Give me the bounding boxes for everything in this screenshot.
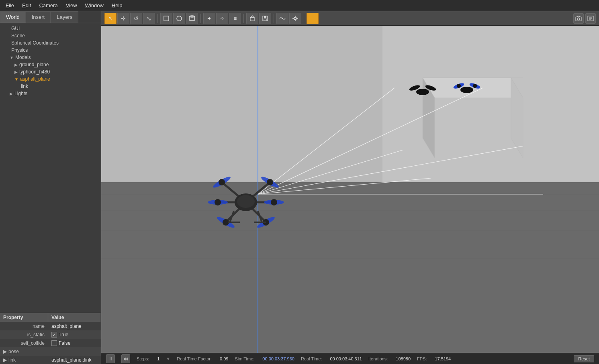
log-button[interactable] — [585, 13, 596, 24]
log-icon — [587, 16, 594, 21]
checkbox-is-static[interactable]: ✓ — [51, 332, 57, 338]
svg-point-70 — [460, 87, 473, 93]
toolbar-right — [573, 13, 596, 24]
menu-file[interactable]: File — [2, 2, 18, 9]
svg-point-53 — [219, 179, 225, 185]
simtime-label: Sim Time: — [235, 356, 254, 361]
prop-col-value: Value — [48, 313, 101, 322]
simtime-value: 00 00:03:37.960 — [262, 356, 294, 361]
svg-point-9 — [282, 18, 283, 19]
svg-rect-15 — [310, 16, 315, 21]
viewport[interactable] — [101, 26, 599, 353]
svg-point-65 — [416, 89, 429, 95]
model-insert-icon — [249, 15, 256, 22]
tool-scale[interactable]: ⤡ — [143, 13, 155, 24]
prop-value-link: asphalt_plane::link — [48, 356, 101, 364]
realtime-label: Real Time: — [301, 356, 322, 361]
menu-edit[interactable]: Edit — [18, 2, 35, 9]
realtime-value: 00 00:03:40.311 — [330, 356, 362, 361]
prop-row-link[interactable]: ▶ link asphalt_plane::link — [0, 356, 101, 364]
sphere-icon — [176, 15, 182, 22]
menu-view[interactable]: View — [62, 2, 81, 9]
rtf-value: 0.99 — [220, 356, 228, 361]
tool-light-point[interactable]: ✦ — [203, 13, 215, 24]
world-tree: GUI Scene Spherical Coordinates Physics … — [0, 23, 101, 313]
tree-lights[interactable]: ▶ Lights — [0, 90, 101, 97]
tool-model-insert[interactable] — [246, 13, 258, 24]
tool-color[interactable] — [307, 13, 319, 24]
menu-window[interactable]: Window — [81, 2, 108, 9]
svg-point-60 — [237, 195, 255, 208]
tool-joint[interactable] — [276, 13, 288, 24]
svg-point-58 — [215, 199, 221, 205]
color-icon — [310, 16, 315, 21]
screenshot-icon — [575, 16, 582, 21]
svg-rect-0 — [164, 16, 169, 21]
svg-point-69 — [429, 86, 433, 90]
prop-label-is-static: is_static — [0, 331, 48, 339]
prop-label-self-collide: self_collide — [0, 339, 48, 347]
checkbox-self-collide[interactable] — [51, 340, 57, 346]
svg-point-57 — [271, 199, 277, 205]
tab-world[interactable]: World — [0, 11, 26, 23]
prop-row-name: name asphalt_plane — [0, 322, 101, 330]
tree-scene[interactable]: Scene — [0, 32, 101, 39]
tool-cylinder[interactable] — [186, 13, 198, 24]
prop-value-is-static[interactable]: ✓ True — [48, 331, 101, 339]
fps-value: 17.5194 — [435, 356, 451, 361]
joint-icon — [279, 15, 286, 22]
tool-model-save[interactable] — [259, 13, 271, 24]
svg-point-54 — [267, 179, 273, 185]
svg-point-74 — [473, 84, 477, 88]
svg-point-73 — [457, 84, 461, 88]
prop-col-property: Property — [0, 313, 48, 322]
rtf-label: Real Time Factor: — [177, 356, 212, 361]
tool-translate[interactable]: ✛ — [117, 13, 129, 24]
menubar: File Edit Camera View Window Help — [0, 0, 599, 11]
tool-light-spot[interactable]: ✧ — [216, 13, 228, 24]
tree-arrow-lights: ▶ — [10, 92, 13, 96]
tool-plugin[interactable] — [289, 13, 301, 24]
svg-point-68 — [413, 86, 417, 90]
tree-link[interactable]: link — [0, 83, 101, 90]
sep-5 — [304, 14, 304, 23]
tree-asphalt-plane[interactable]: ▼ asphalt_plane — [0, 75, 101, 83]
prop-value-self-collide[interactable]: False — [48, 339, 101, 347]
model-save-icon — [262, 15, 268, 22]
svg-marker-30 — [423, 78, 523, 98]
sep-3 — [243, 14, 244, 23]
tool-light-dir[interactable]: ≡ — [229, 13, 241, 24]
fps-label: FPS: — [417, 356, 427, 361]
tool-select[interactable]: ↖ — [104, 13, 117, 24]
step-button[interactable]: ⏭ — [121, 354, 130, 363]
box-icon — [163, 15, 170, 22]
expand-arrow-link: ▶ — [3, 357, 7, 363]
tab-insert[interactable]: Insert — [26, 11, 51, 23]
tab-bar: World Insert Layers — [0, 11, 101, 23]
tool-box[interactable] — [160, 13, 172, 24]
pause-button[interactable]: ⏸ — [106, 354, 115, 363]
tree-models[interactable]: ▼ Models — [0, 54, 101, 61]
tool-rotate[interactable]: ↺ — [130, 13, 142, 24]
tab-layers[interactable]: Layers — [51, 11, 78, 23]
screenshot-button[interactable] — [573, 13, 584, 24]
tree-ground-plane[interactable]: ▶ ground_plane — [0, 61, 101, 68]
sep-1 — [157, 14, 158, 23]
tree-arrow-models: ▼ — [10, 55, 14, 60]
prop-label-name: name — [0, 322, 48, 330]
tree-spherical-coordinates[interactable]: Spherical Coordinates — [0, 39, 101, 47]
menu-help[interactable]: Help — [108, 2, 127, 9]
prop-label-pose: ▶ pose — [0, 348, 48, 356]
tree-arrow-asphalt: ▼ — [14, 77, 18, 81]
prop-row-self-collide: self_collide False — [0, 339, 101, 347]
tree-gui[interactable]: GUI — [0, 25, 101, 32]
iterations-label: Iterations: — [368, 356, 388, 361]
left-panel: World Insert Layers GUI Scene Spherical … — [0, 11, 101, 364]
tree-typhoon[interactable]: ▶ typhoon_h480 — [0, 68, 101, 75]
expand-arrow-pose: ▶ — [3, 349, 7, 354]
prop-row-pose[interactable]: ▶ pose — [0, 347, 101, 356]
reset-button[interactable]: Reset — [574, 355, 594, 362]
tool-sphere[interactable] — [173, 13, 185, 24]
tree-physics[interactable]: Physics — [0, 47, 101, 54]
menu-camera[interactable]: Camera — [35, 2, 61, 9]
